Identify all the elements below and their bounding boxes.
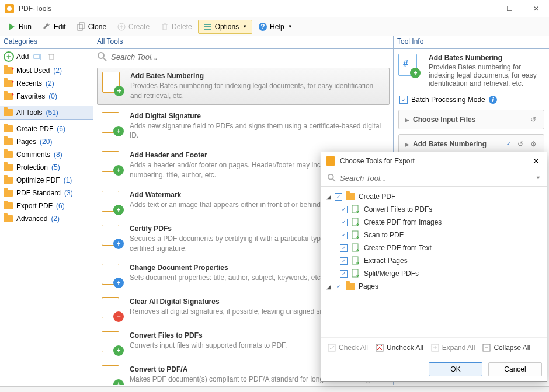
svg-rect-4 [204,24,211,25]
export-dialog: Choose Tools for Export ✕ ▼ ◢ ✓ Create P… [321,152,547,382]
folder-icon [4,190,13,197]
category-favorites[interactable]: Favorites (0) [0,90,93,103]
tree-item[interactable]: ✓Create PDF from Images [324,216,544,229]
chevron-down-icon[interactable]: ▼ [536,175,541,181]
batch-mode-toggle[interactable]: ✓ Batch Processing Mode i [394,92,549,107]
checkbox-icon[interactable]: ✓ [340,270,348,278]
svg-line-14 [333,179,335,181]
plus-icon: + [4,51,14,62]
tool-item[interactable]: +Add Digital SignatureAdds new signature… [97,108,390,145]
tool-name: Add Digital Signature [130,112,386,120]
search-icon [327,173,336,183]
folder-icon [4,67,13,74]
tree-item[interactable]: ✓Convert Files to PDFs [324,203,544,216]
categories-panel: Categories + Add Most Used (2) Recents (… [0,36,93,385]
tool-icon [350,243,361,253]
tool-action-section[interactable]: ▶ Add Bates Numbering ✓ ↺ ⚙ [398,134,544,154]
close-button[interactable]: ✕ [523,0,549,18]
tree-item[interactable]: ✓Scan to PDF [324,229,544,242]
tree-item[interactable]: ✓Extract Pages [324,254,544,267]
checkbox-icon[interactable]: ✓ [335,283,342,290]
checkbox-icon[interactable]: ✓ [340,244,348,252]
ok-button[interactable]: OK [429,362,482,376]
main-toolbar: Run Edit Clone Create Delete Options ▼ ?… [0,18,549,36]
category-advanced[interactable]: Advanced (2) [0,212,93,225]
add-category-button[interactable]: + Add [4,51,29,62]
reset-icon[interactable]: ↺ [516,139,525,149]
category-pages[interactable]: Pages (20) [0,135,93,148]
category-export-pdf[interactable]: Export PDF (6) [0,200,93,212]
gear-icon[interactable]: ⚙ [529,139,538,149]
search-icon [97,51,107,62]
tool-desc: Adds new signature field to PDFs and sig… [130,121,386,141]
checkbox-icon[interactable]: ✓ [340,206,348,214]
play-icon [7,22,16,32]
checkbox-icon[interactable]: ✓ [335,193,342,201]
app-icon [326,156,335,166]
tool-info-title: Add Bates Numbering [429,54,544,62]
svg-rect-21 [328,344,335,351]
maximize-button[interactable]: ☐ [496,0,523,18]
category-create-pdf[interactable]: Create PDF (6) [0,123,93,135]
tree-item-label: Split/Merge PDFs [364,270,419,278]
tool-item[interactable]: +Add Bates NumberingProvides Bates numbe… [97,68,390,105]
chevron-right-icon: ▶ [405,117,409,123]
collapse-icon[interactable]: ◢ [326,194,332,200]
clone-button[interactable]: Clone [72,20,111,33]
tool-name: Add Watermark [130,191,348,199]
uncheck-all-icon [375,343,384,352]
tool-icon [350,218,361,227]
info-icon[interactable]: i [489,96,497,104]
app-icon [5,4,14,13]
category-pdf-standard[interactable]: PDF Standard (3) [0,187,93,200]
collapse-all-button[interactable]: Collapse All [479,341,533,354]
svg-line-12 [103,58,106,61]
tool-icon: + [100,191,124,214]
checkbox-icon: ✓ [399,96,408,104]
cancel-button[interactable]: Cancel [488,362,542,376]
rename-icon[interactable] [32,51,43,62]
folder-icon [4,202,13,209]
run-button[interactable]: Run [2,20,36,33]
tree-item-label: Extract Pages [364,257,408,265]
svg-rect-5 [204,26,211,27]
edit-button[interactable]: Edit [37,20,71,33]
tree-group-create-pdf[interactable]: ◢ ✓ Create PDF [324,190,544,203]
reset-icon[interactable]: ↺ [529,115,538,124]
checkbox-icon[interactable]: ✓ [340,257,348,265]
help-button[interactable]: ? Help ▼ [253,20,297,33]
tool-name: Change Document Properties [130,264,322,272]
dialog-search-input[interactable] [340,174,532,183]
tree-item-label: Create PDF from Images [364,218,442,226]
category-all-tools[interactable]: All Tools (51) [0,106,93,120]
options-button[interactable]: Options ▼ [198,20,252,34]
checkbox-icon[interactable]: ✓ [340,219,348,226]
category-recents[interactable]: Recents (2) [0,77,93,90]
delete-button[interactable]: Delete [155,20,197,33]
choose-input-section[interactable]: ▶ Choose Input Files ↺ [398,110,544,130]
folder-icon [4,164,13,171]
tree-group-pages[interactable]: ◢ ✓ Pages [324,280,544,293]
tool-icon: − [100,298,124,321]
uncheck-all-button[interactable]: Uncheck All [373,341,426,354]
category-most-used[interactable]: Most Used (2) [0,64,93,77]
svg-rect-9 [34,55,40,58]
tool-icon: + [100,264,124,287]
category-comments[interactable]: Comments (8) [0,148,93,161]
category-optimize-pdf[interactable]: Optimize PDF (1) [0,174,93,187]
checkbox-icon[interactable]: ✓ [340,232,348,239]
collapse-icon[interactable]: ◢ [326,284,332,290]
folder-icon [345,192,356,201]
create-button[interactable]: Create [112,20,154,33]
trash-icon [160,22,169,32]
tree-item[interactable]: ✓Create PDF from Text [324,242,544,254]
category-protection[interactable]: Protection (5) [0,161,93,174]
minimize-button[interactable]: ─ [470,0,496,18]
checkbox-icon[interactable]: ✓ [505,141,512,148]
folder-icon [345,282,356,291]
delete-category-icon[interactable] [46,51,57,62]
tree-item[interactable]: ✓Split/Merge PDFs [324,267,544,280]
dialog-close-button[interactable]: ✕ [530,155,542,167]
search-input[interactable] [111,52,390,61]
dialog-tree[interactable]: ◢ ✓ Create PDF ✓Convert Files to PDFs✓Cr… [321,187,547,337]
